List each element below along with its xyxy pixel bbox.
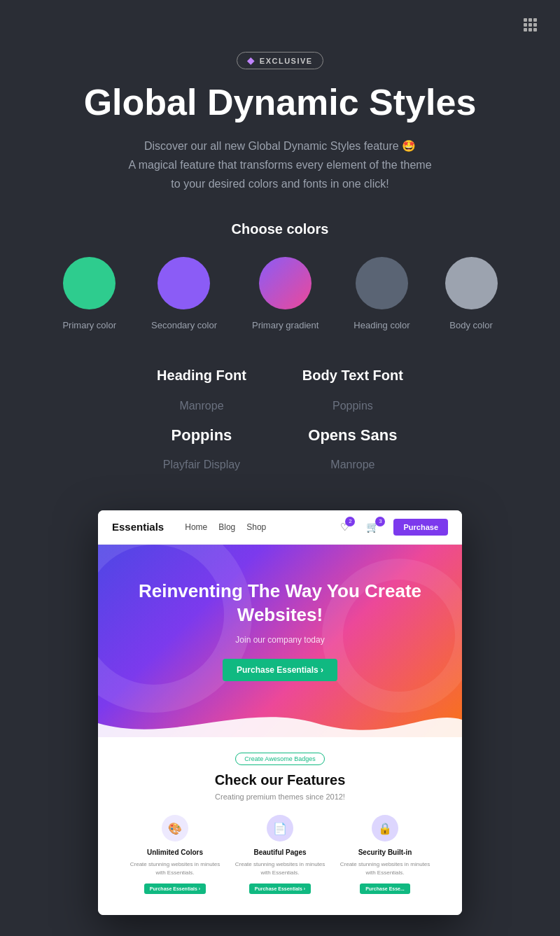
wishlist-icon-btn[interactable]: ♡ 2 (340, 521, 349, 533)
primary-color-circle[interactable] (63, 257, 115, 309)
heading-font-playfair[interactable]: Playfair Display (163, 455, 240, 475)
color-item-gradient[interactable]: Primary gradient (252, 257, 318, 332)
svg-rect-5 (533, 23, 537, 27)
demo-hero-cta[interactable]: Purchase Essentials › (223, 659, 337, 681)
gradient-color-label: Primary gradient (252, 319, 318, 332)
demo-nav-links: Home Blog Shop (185, 522, 326, 532)
secondary-color-circle[interactable] (158, 257, 210, 309)
wishlist-badge: 2 (345, 517, 355, 526)
feature-btn-security[interactable]: Purchase Esse... (360, 883, 410, 894)
body-font-poppins[interactable]: Poppins (332, 396, 373, 417)
heading-font-title: Heading Font (157, 368, 246, 384)
subtitle-3: to your desired colors and fonts in one … (56, 174, 504, 193)
demo-hero-subtitle: Join our company today (119, 635, 441, 645)
svg-rect-1 (528, 18, 532, 22)
demo-nav-actions: ♡ 2 🛒 3 Purchase (340, 519, 448, 536)
svg-rect-4 (528, 23, 532, 27)
diamond-icon: ◆ (247, 55, 255, 66)
demo-hero-title: Reinventing The Way You Create Websites! (119, 580, 441, 627)
subtitle-2: A magical feature that transforms every … (56, 155, 504, 174)
feature-icon-security: 🔒 (372, 815, 398, 841)
heading-font-poppins[interactable]: Poppins (172, 421, 232, 449)
body-font-opensans[interactable]: Opens Sans (308, 421, 397, 449)
colors-title: Choose colors (28, 221, 532, 237)
heading-font-column: Heading Font Manrope Poppins Playfair Di… (157, 368, 246, 475)
feature-desc-pages: Create stunning websites in minutes with… (231, 860, 329, 876)
demo-features-title: Check our Features (112, 772, 448, 788)
demo-features-subtitle: Creating premium themes since 2012! (112, 792, 448, 801)
demo-features-badge: Create Awesome Badges (235, 753, 324, 765)
feature-icon-colors: 🎨 (162, 815, 188, 841)
svg-rect-3 (524, 23, 527, 27)
colors-section: Choose colors Primary color Secondary co… (0, 214, 560, 346)
feature-btn-colors[interactable]: Purchase Essentials › (144, 883, 206, 894)
heading-color-circle[interactable] (356, 257, 408, 309)
page-title: Global Dynamic Styles (56, 82, 504, 124)
body-font-manrope[interactable]: Manrope (330, 455, 374, 475)
demo-features-grid: 🎨 Unlimited Colors Create stunning websi… (112, 815, 448, 893)
feature-title-security: Security Built-in (358, 848, 412, 856)
heading-font-manrope[interactable]: Manrope (179, 396, 223, 417)
demo-logo: Essentials (112, 521, 164, 533)
color-item-heading[interactable]: Heading color (354, 257, 410, 332)
demo-nav-home[interactable]: Home (185, 522, 207, 532)
body-font-title: Body Text Font (302, 368, 403, 384)
cart-badge: 3 (375, 517, 385, 526)
feature-title-colors: Unlimited Colors (147, 848, 203, 856)
fonts-section: Heading Font Manrope Poppins Playfair Di… (0, 347, 560, 503)
feature-desc-security: Create stunning websites in minutes with… (336, 860, 434, 876)
demo-hero: Reinventing The Way You Create Websites!… (98, 545, 462, 738)
feature-card-pages: 📄 Beautiful Pages Create stunning websit… (231, 815, 329, 893)
demo-nav-blog[interactable]: Blog (218, 522, 235, 532)
grid-icon[interactable] (518, 13, 543, 38)
feature-btn-pages[interactable]: Purchase Essentials › (249, 883, 311, 894)
body-color-label: Body color (449, 319, 492, 332)
top-bar (0, 0, 560, 38)
primary-color-label: Primary color (62, 319, 116, 332)
feature-desc-colors: Create stunning websites in minutes with… (126, 860, 224, 876)
color-swatches: Primary color Secondary color Primary gr… (28, 257, 532, 332)
feature-card-security: 🔒 Security Built-in Create stunning webs… (336, 815, 434, 893)
demo-purchase-button[interactable]: Purchase (393, 519, 448, 536)
svg-rect-0 (524, 18, 527, 22)
gradient-color-circle[interactable] (259, 257, 312, 309)
feature-card-colors: 🎨 Unlimited Colors Create stunning websi… (126, 815, 224, 893)
feature-title-pages: Beautiful Pages (253, 848, 306, 856)
svg-rect-6 (524, 28, 527, 32)
header-section: ◆ EXCLUSIVE Global Dynamic Styles Discov… (0, 38, 560, 214)
heading-color-label: Heading color (354, 319, 410, 332)
badge-label: EXCLUSIVE (260, 57, 313, 65)
color-item-body[interactable]: Body color (445, 257, 498, 332)
exclusive-badge: ◆ EXCLUSIVE (237, 52, 323, 69)
cart-icon-btn[interactable]: 🛒 3 (366, 521, 379, 533)
demo-navbar: Essentials Home Blog Shop ♡ 2 🛒 3 Purcha… (98, 510, 462, 545)
svg-rect-2 (533, 18, 537, 22)
demo-features: Create Awesome Badges Check our Features… (98, 737, 462, 914)
secondary-color-label: Secondary color (151, 319, 217, 332)
svg-rect-8 (533, 28, 537, 32)
body-font-column: Body Text Font Poppins Opens Sans Manrop… (302, 368, 403, 475)
demo-preview: Essentials Home Blog Shop ♡ 2 🛒 3 Purcha… (98, 510, 462, 915)
color-item-primary[interactable]: Primary color (62, 257, 116, 332)
color-item-secondary[interactable]: Secondary color (151, 257, 217, 332)
feature-icon-pages: 📄 (267, 815, 293, 841)
svg-rect-7 (528, 28, 532, 32)
body-color-circle[interactable] (445, 257, 498, 309)
demo-nav-shop[interactable]: Shop (246, 522, 266, 532)
subtitle-1: Discover our all new Global Dynamic Styl… (56, 137, 504, 155)
